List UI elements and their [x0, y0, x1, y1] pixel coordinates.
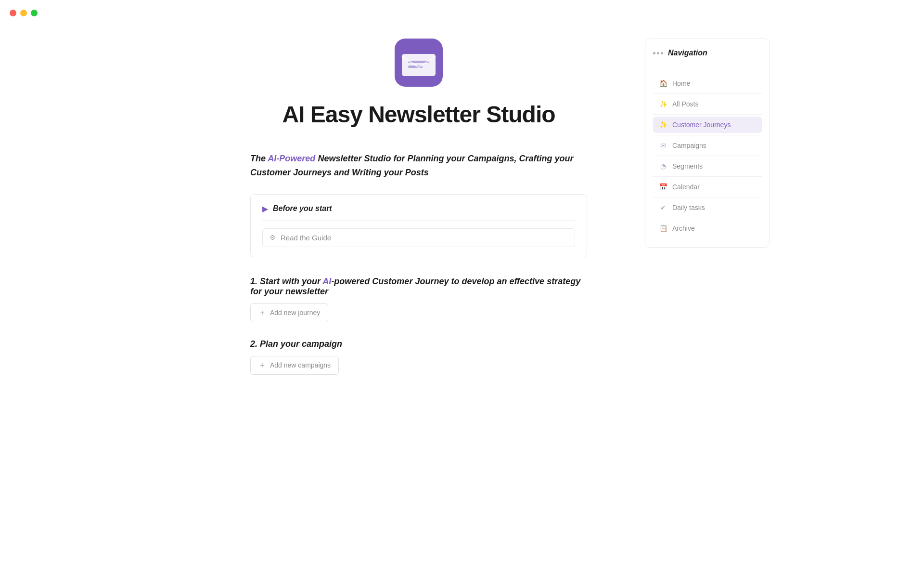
ai-powered-highlight: AI-Powered	[268, 154, 315, 163]
nav-item-label-5: Calendar	[672, 183, 700, 191]
maximize-button[interactable]	[31, 10, 38, 16]
add-campaigns-button[interactable]: ＋ Add new campaigns	[250, 356, 339, 375]
add-journey-label: Add new journey	[270, 309, 320, 316]
nav-divider-2	[653, 135, 762, 135]
nav-divider-top	[653, 73, 762, 73]
nav-title: Navigation	[668, 49, 707, 57]
nav-item-archive[interactable]: 📋Archive	[653, 220, 762, 236]
description-before: The	[250, 154, 268, 163]
navigation-panel: Navigation 🏠Home✨All Posts✨Customer Jour…	[645, 39, 770, 248]
nav-item-all-posts[interactable]: ✨All Posts	[653, 96, 762, 112]
nav-item-label-6: Daily tasks	[672, 204, 705, 211]
add-campaigns-icon: ＋	[258, 360, 266, 370]
section2-header: 2. Plan your campaign	[250, 339, 587, 349]
main-container: AI Easy Newsletter Studio The AI-Powered…	[0, 0, 924, 392]
before-start-card: ▶ Before you start ⚙ Read the Guide	[250, 194, 587, 257]
nav-item-label-3: Campaigns	[672, 142, 706, 149]
nav-item-icon-1: ✨	[659, 100, 667, 108]
add-campaigns-label: Add new campaigns	[270, 361, 331, 369]
logo-container	[250, 39, 587, 87]
guide-item-icon: ⚙	[270, 234, 276, 241]
nav-item-icon-4: ◔	[659, 162, 667, 170]
nav-items-container: 🏠Home✨All Posts✨Customer Journeys✉Campai…	[653, 75, 762, 236]
nav-item-label-1: All Posts	[672, 100, 698, 108]
nav-item-calendar[interactable]: 📅Calendar	[653, 179, 762, 195]
nav-item-icon-6: ✔	[659, 204, 667, 211]
nav-header: Navigation	[653, 49, 762, 64]
section1-prefix: 1. Start with your	[250, 276, 322, 286]
nav-item-campaigns[interactable]: ✉Campaigns	[653, 137, 762, 154]
guide-item-label: Read the Guide	[281, 234, 331, 242]
nav-item-icon-2: ✨	[659, 121, 667, 129]
nav-item-label-7: Archive	[672, 224, 695, 232]
nav-item-icon-3: ✉	[659, 142, 667, 149]
nav-item-icon-0: 🏠	[659, 79, 667, 87]
page-title: AI Easy Newsletter Studio	[250, 101, 587, 128]
nav-item-label-4: Segments	[672, 162, 703, 170]
content-area: AI Easy Newsletter Studio The AI-Powered…	[250, 39, 587, 392]
nav-divider-5	[653, 197, 762, 197]
nav-item-icon-7: 📋	[659, 224, 667, 232]
card-header: ▶ Before you start	[262, 204, 575, 221]
nav-item-label-2: Customer Journeys	[672, 121, 731, 129]
nav-divider-6	[653, 218, 762, 218]
section1-header: 1. Start with your AI-powered Customer J…	[250, 276, 587, 297]
nav-item-daily-tasks[interactable]: ✔Daily tasks	[653, 199, 762, 216]
nav-divider-0	[653, 93, 762, 94]
nav-divider-1	[653, 114, 762, 115]
app-logo-icon	[395, 39, 443, 87]
nav-divider-4	[653, 176, 762, 177]
nav-item-home[interactable]: 🏠Home	[653, 75, 762, 92]
nav-item-segments[interactable]: ◔Segments	[653, 158, 762, 174]
add-journey-icon: ＋	[258, 308, 266, 318]
nav-dot-1	[653, 52, 655, 54]
read-guide-item[interactable]: ⚙ Read the Guide	[262, 228, 575, 247]
nav-dot-2	[657, 52, 659, 54]
nav-dot-3	[661, 52, 663, 54]
traffic-lights	[10, 10, 38, 16]
nav-item-icon-5: 📅	[659, 183, 667, 191]
nav-dots-icon	[653, 52, 663, 54]
nav-divider-3	[653, 156, 762, 156]
nav-item-customer-journeys[interactable]: ✨Customer Journeys	[653, 117, 762, 133]
section1-highlight: AI	[322, 276, 331, 286]
add-journey-button[interactable]: ＋ Add new journey	[250, 303, 328, 322]
close-button[interactable]	[10, 10, 16, 16]
card-header-icon: ▶	[262, 204, 268, 213]
svg-rect-1	[402, 54, 436, 76]
description: The AI-Powered Newsletter Studio for Pla…	[250, 152, 587, 180]
nav-item-label-0: Home	[672, 79, 690, 87]
card-header-title: Before you start	[273, 204, 332, 213]
minimize-button[interactable]	[20, 10, 27, 16]
